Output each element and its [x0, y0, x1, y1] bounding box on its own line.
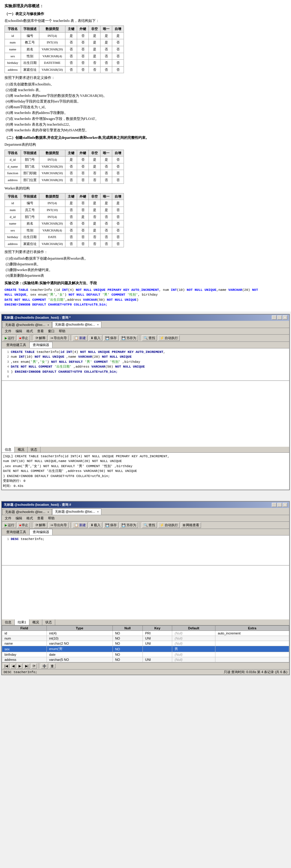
window2-code-editor[interactable]: 1 DESC teacherInfo;	[2, 535, 289, 565]
window2-tab-1[interactable]: 无标题 @schoolinfo @loc... ×	[2, 509, 52, 515]
nav-last-btn[interactable]: ▶|	[24, 663, 30, 669]
load-button[interactable]: ⬇ 载入	[89, 335, 102, 341]
window2-toolbar: ▶ 运行 ■ 停止 ⟳ 解释 ⇒ 导出向导 📋 新建 ⬇ 载入 💾 保存	[2, 522, 289, 529]
window1-code-editor[interactable]: 1 CREATE TABLE teacherInfo(id INT(4) NOT…	[2, 348, 289, 381]
table-header-cell: 主键	[65, 150, 77, 156]
find-button[interactable]: 🔍 查找	[142, 335, 157, 341]
table-cell: INT(4)	[39, 200, 65, 207]
w2-grid-button[interactable]: ⊞ 网格查看	[181, 522, 201, 528]
explain-button[interactable]: ⟳ 解释	[34, 335, 48, 341]
window2-tab-2[interactable]: 无标题 @schoolinfo @loc... ×	[52, 508, 102, 515]
nav-first-btn[interactable]: |◀	[3, 663, 9, 669]
w2-bottom-tab-info[interactable]: 信息	[2, 619, 15, 625]
window1-maximize-btn[interactable]: □	[277, 315, 282, 320]
tab-editor-label: 查询编辑器	[33, 343, 49, 347]
table-cell: 否	[77, 156, 89, 163]
w2-menu-edit[interactable]: 编辑	[14, 516, 24, 521]
table-cell: 是	[89, 32, 100, 39]
menu-view[interactable]: 查看	[35, 329, 46, 334]
run-button[interactable]: ▶ 运行	[3, 335, 16, 341]
window2-minimize-btn[interactable]: _	[272, 503, 277, 507]
w2-save-button[interactable]: 💾 保存	[104, 522, 118, 528]
w2-find-label: 查找	[148, 523, 155, 527]
bottom-info-text: [SQL] CREATE TABLE teacherInfo(id INT(4)…	[3, 454, 288, 489]
menu-window[interactable]: 窗口	[46, 329, 56, 334]
w2-load-button[interactable]: ⬇ 载入	[89, 522, 102, 528]
nav-prev-btn[interactable]: ◀	[10, 663, 16, 669]
table-cell: 是	[89, 163, 100, 170]
table-cell: d_id	[5, 214, 21, 220]
w2-explain-label: 解释	[39, 523, 46, 527]
w2-run-button[interactable]: ▶ 运行	[3, 522, 16, 528]
window2-tab1-close[interactable]: ×	[48, 510, 49, 514]
nav-refresh-btn[interactable]: ⟳	[31, 663, 37, 669]
autorun-button[interactable]: ⚡ 自动执行	[158, 335, 180, 341]
table-cell: 部门号	[21, 156, 39, 163]
table-cell: 否	[89, 60, 100, 67]
window1-close-btn[interactable]: ×	[283, 315, 287, 320]
w2-explain-button[interactable]: ⟳ 解释	[34, 522, 48, 528]
window1-tab-1[interactable]: 无标题 @schoolinfo @loc... ×	[2, 322, 52, 328]
new-button[interactable]: 📋 新建	[72, 335, 88, 341]
nav-delete-btn[interactable]: 🗑	[49, 663, 56, 668]
w2-stop-button[interactable]: ■ 停止	[18, 522, 30, 528]
tab-query-editor[interactable]: 查询编辑器	[29, 342, 53, 348]
nav-add-btn[interactable]: ➕	[41, 663, 48, 669]
w2-export-button[interactable]: ⇒ 导出向导	[49, 522, 69, 528]
w2-menu-file[interactable]: 文件	[3, 516, 13, 521]
table-header-cell: 自增	[112, 26, 124, 33]
w2-new-button[interactable]: 📋 新建	[72, 522, 88, 528]
w2-saveas-button[interactable]: 💾 另存为	[120, 522, 138, 528]
window2-close-btn[interactable]: ×	[283, 503, 287, 507]
list-item: (3)将 teacherInfo 表的name字段的数据类型改为 VARCHAR…	[6, 93, 287, 99]
w2-menu-format[interactable]: 格式	[25, 516, 35, 521]
window1-tab2-close[interactable]: ×	[97, 323, 99, 326]
list-item: (4)重新删除department表	[6, 273, 287, 279]
menu-help[interactable]: 帮助	[57, 329, 67, 334]
window1-minimize-btn[interactable]: _	[272, 315, 277, 320]
w2-menu-view[interactable]: 查看	[35, 516, 46, 521]
w2-bottom-tab-result[interactable]: 结果1	[15, 619, 29, 625]
list-item: (2)删除department表。	[6, 261, 287, 267]
export-button[interactable]: ⇒ 导出向导	[49, 335, 69, 341]
table-cell: 否	[77, 60, 89, 67]
tab-query-builder[interactable]: 查询创建工具	[3, 342, 29, 348]
window2-maximize-btn[interactable]: □	[277, 503, 282, 507]
menu-format[interactable]: 格式	[25, 329, 35, 334]
table-row: birthday出生日期DATE否否否否否	[5, 234, 124, 241]
table-cell: 是	[89, 220, 100, 227]
w2-bottom-tab-status[interactable]: 状态	[42, 619, 55, 625]
saveas-button[interactable]: 💾 另存为	[120, 335, 138, 341]
table-cell: 是	[65, 156, 77, 163]
bottom-tab-info[interactable]: 信息	[2, 447, 15, 453]
table-row: num教工号INT(10)否否是是否	[5, 39, 124, 46]
table-cell: 否	[112, 53, 124, 60]
w2-autorun-button[interactable]: ⚡ 自动执行	[158, 522, 180, 528]
nav-next-btn[interactable]: ▶	[17, 663, 23, 669]
table-cell: 否	[112, 60, 124, 67]
table-cell: 否	[77, 66, 89, 73]
window1-menubar: 文件 编辑 格式 查看 窗口 帮助	[2, 328, 289, 335]
section1-intro: 在schoolInfo数据库中创建一个 teacherInfo 表，表结构如下：	[4, 18, 287, 24]
w2-bottom-tab-profile[interactable]: 概况	[29, 619, 42, 625]
window2-tab2-close[interactable]: ×	[97, 510, 99, 513]
w2-search-icon: 🔍	[144, 523, 148, 527]
table-header-cell: 字段描述	[21, 193, 39, 200]
bottom-tab-status[interactable]: 状态	[28, 447, 40, 453]
window1-tab1-close[interactable]: ×	[48, 323, 49, 327]
w2-find-button[interactable]: 🔍 查找	[142, 522, 157, 528]
bottom-tab-profile[interactable]: 概况	[15, 447, 28, 453]
result-row: birthdaydateNO(Null)	[2, 652, 289, 657]
w2-tab-query-builder[interactable]: 查询创建工具	[3, 529, 29, 535]
save-button[interactable]: 💾 保存	[104, 335, 118, 341]
table-cell: 部门位置	[21, 177, 39, 184]
w2-tab-query-editor[interactable]: 查询编辑器	[29, 529, 53, 535]
menu-edit[interactable]: 编辑	[14, 329, 24, 334]
stop-button[interactable]: ■ 停止	[18, 335, 30, 341]
w2-menu-help[interactable]: 帮助	[46, 516, 56, 521]
table-cell: function	[5, 170, 21, 177]
result-col-default: Default	[172, 626, 215, 631]
window1-tab-2[interactable]: 无标题 @schoolinfo @loc... ×	[52, 321, 102, 328]
result-cell-default: (Null)	[172, 641, 215, 646]
menu-file[interactable]: 文件	[3, 329, 13, 334]
